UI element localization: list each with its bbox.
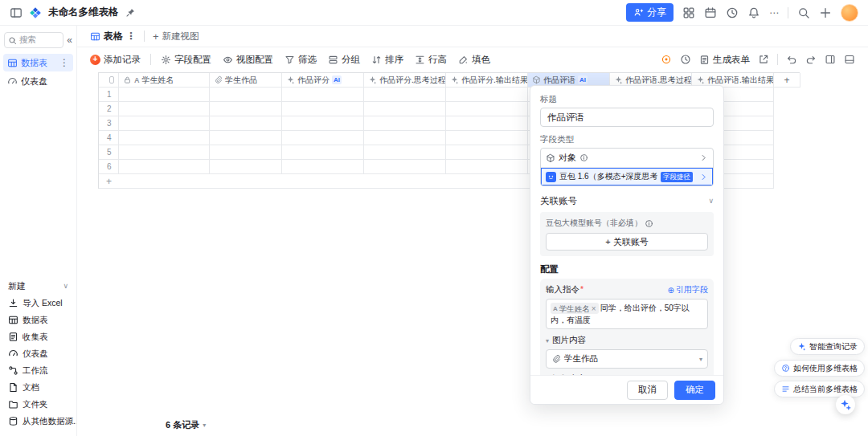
info-icon[interactable] [645, 219, 653, 228]
share-view-icon[interactable] [758, 54, 769, 65]
collapse-sidebar-icon[interactable]: « [67, 35, 72, 45]
account-section-toggle[interactable]: 关联账号 ∨ [540, 194, 714, 208]
more-vertical-icon[interactable]: ⋮ [59, 58, 69, 67]
prompt-textarea[interactable]: A学生姓名×同学，给出评价，50字以内，有温度 [546, 299, 708, 329]
cell[interactable] [210, 88, 282, 102]
field-type-object-option[interactable]: 对象 [541, 149, 713, 167]
assistant-pill-summarize[interactable]: 总结当前多维表格 [774, 381, 865, 397]
cell[interactable] [282, 145, 364, 160]
cell[interactable] [119, 88, 210, 102]
sidebar-item-collect-form[interactable]: 收集表 [0, 328, 76, 345]
cell[interactable] [282, 88, 364, 102]
cell[interactable] [119, 160, 210, 174]
cell[interactable] [119, 102, 210, 116]
column-header-student-name[interactable]: A学生姓名 [119, 73, 210, 88]
avatar[interactable] [841, 4, 858, 22]
row-height-button[interactable]: 行高 [415, 54, 447, 66]
cell[interactable] [210, 145, 282, 160]
tab-grid-view[interactable]: 表格 ⋮ [90, 30, 136, 43]
cell[interactable] [210, 131, 282, 145]
record-history-icon[interactable] [680, 54, 691, 65]
add-record-button[interactable]: + 添加记录 [90, 54, 141, 66]
link-account-button[interactable]: + 关联账号 [546, 233, 708, 251]
assistant-pill-smart-query[interactable]: 智能查询记录 [790, 338, 865, 355]
select-all-cell[interactable] [99, 73, 119, 88]
fill-color-button[interactable]: 填色 [458, 54, 490, 66]
select-all-checkbox[interactable] [109, 76, 114, 84]
assistant-pill-how-to-use[interactable]: 如何使用多维表格 [774, 360, 865, 377]
cell[interactable] [446, 102, 528, 116]
column-header-work-score-thinking[interactable]: 作品评分.思考过程 [364, 73, 446, 88]
notifications-icon[interactable] [747, 6, 760, 19]
sidebar-item-workflow[interactable]: 工作流 [0, 362, 76, 379]
sort-button[interactable]: 排序 [371, 54, 403, 66]
create-new-button[interactable]: 新建 ∨ [0, 277, 76, 295]
ai-assistant-button[interactable] [836, 395, 855, 414]
cell[interactable] [210, 116, 282, 131]
generate-form-button[interactable]: 生成表单 [699, 54, 750, 66]
cancel-button[interactable]: 取消 [627, 381, 668, 400]
column-header-student-work[interactable]: 学生作品 [210, 73, 282, 88]
cell[interactable] [364, 145, 446, 160]
undo-icon[interactable] [786, 54, 797, 65]
cell[interactable] [119, 145, 210, 160]
new-view-button[interactable]: + 新建视图 [153, 31, 199, 43]
history-icon[interactable] [726, 6, 739, 19]
cell[interactable] [119, 116, 210, 131]
image-section-toggle[interactable]: ▾ 图片内容 [546, 333, 708, 348]
add-column-button[interactable]: + [774, 73, 800, 88]
view-config-button[interactable]: 视图配置 [223, 54, 273, 66]
field-reference-chip[interactable]: A学生姓名× [551, 303, 599, 314]
cell[interactable] [282, 131, 364, 145]
filter-button[interactable]: 筛选 [285, 54, 317, 66]
calendar-icon[interactable] [704, 6, 717, 19]
pin-icon[interactable] [125, 7, 136, 18]
bottom-panel-icon[interactable] [844, 54, 855, 65]
remove-chip-icon[interactable]: × [592, 303, 596, 315]
sidebar-item-dashboard[interactable]: 仪表盘 [0, 345, 76, 362]
more-icon[interactable]: ⋯ [769, 8, 779, 18]
document-title[interactable]: 未命名多维表格 [48, 6, 119, 19]
automation-icon[interactable] [661, 54, 672, 65]
column-header-work-score-output[interactable]: 作品评分.输出结果 [446, 73, 528, 88]
cell[interactable] [364, 102, 446, 116]
field-title-input[interactable] [540, 108, 714, 127]
apps-icon[interactable] [682, 6, 695, 19]
sidebar-item-datatable[interactable]: 数据表⋮ [3, 54, 73, 71]
sidebar-item-dashboard[interactable]: 仪表盘 [3, 72, 73, 90]
sidebar-item-import-excel[interactable]: 导入 Excel [0, 295, 76, 312]
share-button[interactable]: 分享 [626, 3, 674, 22]
cell[interactable] [446, 145, 528, 160]
group-button[interactable]: 分组 [328, 54, 360, 66]
cell[interactable] [282, 102, 364, 116]
info-icon[interactable] [579, 153, 588, 162]
sidebar-toggle-icon[interactable] [10, 6, 23, 19]
side-panel-icon[interactable] [825, 54, 836, 65]
sidebar-search-input[interactable]: 搜索 [4, 32, 63, 48]
cell[interactable] [364, 88, 446, 102]
cell[interactable] [210, 102, 282, 116]
cell[interactable] [446, 160, 528, 174]
reference-field-link[interactable]: ⊕引用字段 [668, 284, 708, 295]
sidebar-item-datatable[interactable]: 数据表 [0, 312, 76, 328]
redo-icon[interactable] [805, 54, 817, 65]
cell[interactable] [446, 131, 528, 145]
image-field-select[interactable]: 学生作品 ▾ [546, 349, 708, 369]
field-config-button[interactable]: 字段配置 [161, 54, 211, 66]
sidebar-item-folder[interactable]: 文件夹 [0, 396, 76, 413]
cell[interactable] [282, 116, 364, 131]
cell[interactable] [364, 116, 446, 131]
column-header-work-score[interactable]: 作品评分AI [282, 73, 364, 88]
search-icon[interactable] [797, 6, 810, 19]
sidebar-item-other-datasource[interactable]: 从其他数据源... [0, 413, 76, 430]
new-tab-icon[interactable] [819, 6, 832, 19]
field-shortcut-model-option[interactable]: 豆包 1.6（多模态+深度思考） 字段捷径 [541, 167, 713, 185]
cell[interactable] [364, 160, 446, 174]
confirm-button[interactable]: 确定 [674, 381, 715, 400]
cell[interactable] [446, 88, 528, 102]
record-count[interactable]: 6 条记录 ▾ [166, 419, 206, 431]
cell[interactable] [364, 131, 446, 145]
cell[interactable] [282, 160, 364, 174]
more-vertical-icon[interactable]: ⋮ [126, 31, 136, 41]
sidebar-item-docs[interactable]: 文档 [0, 379, 76, 396]
